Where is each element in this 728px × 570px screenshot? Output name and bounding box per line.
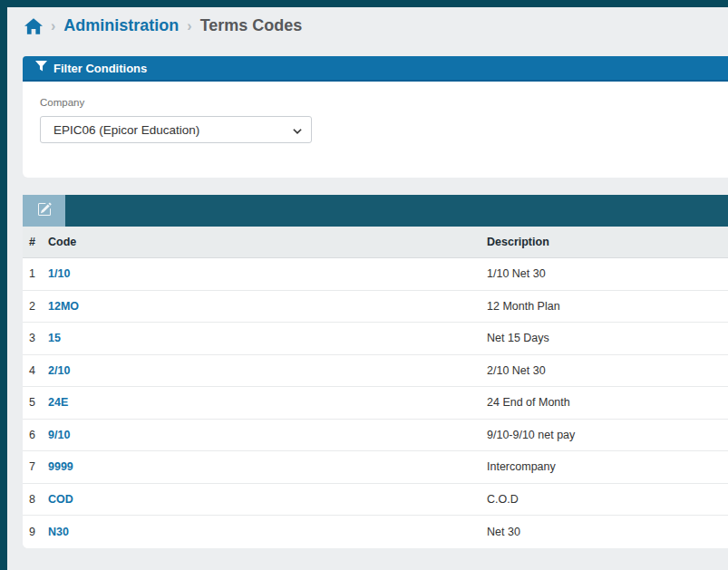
table-row: 5 24E 24 End of Month xyxy=(23,387,728,420)
breadcrumb-separator: › xyxy=(187,18,191,34)
filter-conditions-body: Company EPIC06 (Epicor Education) xyxy=(23,82,728,178)
table-row: 2 12MO 12 Month Plan xyxy=(23,291,728,324)
row-code-link[interactable]: N30 xyxy=(48,526,487,538)
table-row: 3 15 Net 15 Days xyxy=(23,323,728,355)
window-frame-top xyxy=(0,0,728,7)
table-row: 8 COD C.O.D xyxy=(23,484,728,517)
row-number: 2 xyxy=(29,300,48,313)
breadcrumb-administration[interactable]: Administration xyxy=(63,16,179,35)
window-frame-left xyxy=(0,0,7,570)
row-description: 24 End of Month xyxy=(487,396,728,409)
row-number: 6 xyxy=(29,429,48,441)
row-code-link[interactable]: 12MO xyxy=(48,300,487,313)
row-number: 4 xyxy=(29,364,48,377)
row-description: Intercompany xyxy=(487,460,728,473)
breadcrumb-terms-codes: Terms Codes xyxy=(200,16,303,35)
row-code-link[interactable]: 1/10 xyxy=(48,267,487,280)
row-code-link[interactable]: 15 xyxy=(48,332,487,344)
column-header-number: # xyxy=(29,236,48,248)
row-number: 8 xyxy=(29,493,48,506)
breadcrumb-separator: › xyxy=(51,18,55,34)
row-description: C.O.D xyxy=(487,493,728,506)
table-row: 7 9999 Intercompany xyxy=(23,451,728,484)
breadcrumb: › Administration › Terms Codes xyxy=(24,16,302,35)
column-header-code: Code xyxy=(48,236,487,248)
row-description: Net 30 xyxy=(487,526,728,538)
row-number: 5 xyxy=(29,396,48,409)
row-description: 1/10 Net 30 xyxy=(487,267,728,280)
filter-conditions-title: Filter Conditions xyxy=(53,62,147,75)
edit-pencil-square-icon xyxy=(37,202,52,219)
table-row: 4 2/10 2/10 Net 30 xyxy=(23,355,728,388)
company-label: Company xyxy=(40,97,728,108)
column-header-description: Description xyxy=(487,236,728,248)
table-header-row: # Code Description xyxy=(23,227,728,258)
edit-button[interactable] xyxy=(23,195,65,227)
row-number: 1 xyxy=(29,267,48,280)
row-description: 2/10 Net 30 xyxy=(487,364,728,377)
row-description: 12 Month Plan xyxy=(487,300,728,313)
company-select-wrap: EPIC06 (Epicor Education) xyxy=(40,116,312,143)
table-row: 1 1/10 1/10 Net 30 xyxy=(23,258,728,291)
row-code-link[interactable]: 24E xyxy=(48,396,487,409)
row-code-link[interactable]: 2/10 xyxy=(48,364,487,377)
row-number: 3 xyxy=(29,332,48,344)
row-number: 9 xyxy=(29,526,48,538)
home-icon[interactable] xyxy=(24,18,43,34)
terms-codes-table-card: # Code Description 1 1/10 1/10 Net 30 2 … xyxy=(23,195,728,548)
filter-funnel-icon xyxy=(35,61,47,75)
filter-conditions-panel: Filter Conditions Company EPIC06 (Epicor… xyxy=(23,56,728,178)
company-select[interactable]: EPIC06 (Epicor Education) xyxy=(40,116,312,143)
row-code-link[interactable]: 9/10 xyxy=(48,429,487,441)
table-toolbar xyxy=(23,195,728,227)
row-description: 9/10-9/10 net pay xyxy=(487,429,728,441)
row-code-link[interactable]: COD xyxy=(48,493,487,506)
table-row: 9 N30 Net 30 xyxy=(23,516,728,548)
table-row: 6 9/10 9/10-9/10 net pay xyxy=(23,420,728,452)
filter-conditions-header: Filter Conditions xyxy=(23,56,728,82)
row-number: 7 xyxy=(29,460,48,473)
row-code-link[interactable]: 9999 xyxy=(48,460,487,473)
row-description: Net 15 Days xyxy=(487,332,728,344)
table-body: 1 1/10 1/10 Net 30 2 12MO 12 Month Plan … xyxy=(23,258,728,548)
